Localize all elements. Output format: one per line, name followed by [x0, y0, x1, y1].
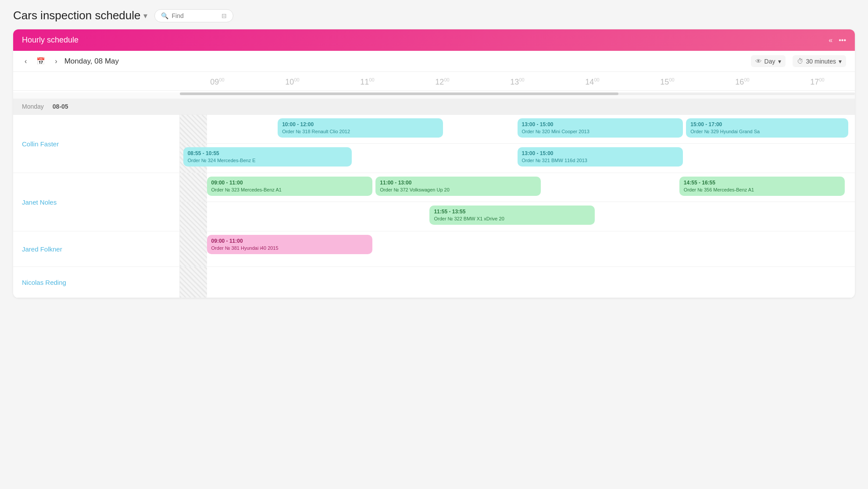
event-j3[interactable]: 14:55 - 16:55 Order № 356 Mercedes-Benz … — [679, 177, 845, 196]
header-actions: « ••• — [829, 36, 846, 44]
clock-icon: ⏱ — [797, 57, 804, 65]
filter-icon[interactable]: ⊟ — [221, 12, 227, 19]
search-box[interactable]: 🔍 ⊟ — [154, 9, 233, 22]
time-15: 1500 — [630, 72, 705, 90]
next-button[interactable]: › — [52, 56, 60, 67]
hatch-janet-r2 — [180, 202, 207, 231]
janet-row1: 09:00 - 11:00 Order № 323 Mercedes-Benz … — [180, 173, 855, 202]
event-e4[interactable]: 08:55 - 10:55 Order № 324 Mercedes-Benz … — [183, 147, 352, 167]
hatch-janet-r1 — [180, 173, 207, 202]
event-j4[interactable]: 11:55 - 13:55 Order № 322 BMW X1 xDrive … — [429, 206, 595, 225]
schedule-title: Hourly schedule — [22, 35, 79, 45]
grid-date-label: 08-05 — [53, 103, 68, 110]
view-chevron-icon: ▾ — [778, 58, 781, 65]
collin-row1: 10:00 - 12:00 Order № 318 Renault Clio 2… — [180, 115, 855, 144]
scroll-bar-thumb[interactable] — [180, 92, 618, 95]
nicolas-row: Nicolas Reding — [13, 267, 855, 298]
janet-timelines: 09:00 - 11:00 Order № 323 Mercedes-Benz … — [180, 173, 855, 231]
jared-row1: 09:00 - 11:00 Order № 381 Hyundai i40 20… — [180, 231, 855, 266]
person-label-collin: Collin Faster — [13, 115, 180, 173]
event-j2[interactable]: 11:00 - 13:00 Order № 372 Volkswagen Up … — [375, 177, 541, 196]
collin-row2: 08:55 - 10:55 Order № 324 Mercedes-Benz … — [180, 144, 855, 173]
scroll-bar-track[interactable] — [180, 92, 855, 95]
person-label-nicolas: Nicolas Reding — [13, 267, 180, 298]
grid-day-label: Monday — [22, 103, 44, 110]
event-e3[interactable]: 15:00 - 17:00 Order № 329 Hyundai Grand … — [686, 118, 848, 138]
interval-selector[interactable]: ⏱ 30 minutes ▾ — [793, 55, 846, 67]
collin-row: Collin Faster 10:00 - 12:00 Order № 318 … — [13, 115, 855, 173]
collin-timelines: 10:00 - 12:00 Order № 318 Renault Clio 2… — [180, 115, 855, 173]
hatch-nicolas — [180, 267, 207, 298]
nav-right: 👁 Day ▾ ⏱ 30 minutes ▾ — [751, 55, 846, 67]
search-input[interactable] — [172, 12, 218, 19]
title-chevron-icon[interactable]: ▾ — [143, 11, 147, 21]
search-icon: 🔍 — [161, 12, 168, 19]
more-button[interactable]: ••• — [839, 36, 846, 44]
nav-left: ‹ 📅 › Monday, 08 May — [22, 55, 119, 67]
prev-button[interactable]: ‹ — [22, 56, 29, 67]
scroll-bar-row — [13, 92, 855, 99]
eye-icon: 👁 — [755, 57, 762, 65]
hatch-jared — [180, 231, 207, 266]
schedule-container: Hourly schedule « ••• ‹ 📅 › Monday, 08 M… — [13, 29, 855, 298]
person-label-janet: Janet Noles — [13, 173, 180, 231]
schedule-grid: Collin Faster 10:00 - 12:00 Order № 318 … — [13, 114, 855, 298]
time-11: 1100 — [330, 72, 405, 90]
event-e1[interactable]: 10:00 - 12:00 Order № 318 Renault Clio 2… — [278, 118, 443, 138]
event-jf1[interactable]: 09:00 - 11:00 Order № 381 Hyundai i40 20… — [207, 235, 372, 254]
jared-row: Jared Folkner 09:00 - 11:00 Order № 381 … — [13, 231, 855, 267]
event-e2[interactable]: 13:00 - 15:00 Order № 320 Mini Cooper 20… — [518, 118, 683, 138]
time-09: 0900 — [180, 72, 255, 90]
schedule-header: Hourly schedule « ••• — [13, 29, 855, 51]
time-13: 1300 — [480, 72, 555, 90]
event-e5[interactable]: 13:00 - 15:00 Order № 321 BMW 116d 2013 — [518, 147, 683, 167]
nav-bar: ‹ 📅 › Monday, 08 May 👁 Day ▾ ⏱ 30 minute… — [13, 51, 855, 72]
view-selector[interactable]: 👁 Day ▾ — [751, 55, 786, 67]
hatch-collin-r1 — [180, 115, 207, 143]
janet-row2: 11:55 - 13:55 Order № 322 BMW X1 xDrive … — [180, 202, 855, 231]
time-10: 1000 — [255, 72, 330, 90]
time-14: 1400 — [555, 72, 630, 90]
person-label-jared: Jared Folkner — [13, 231, 180, 266]
jared-timelines: 09:00 - 11:00 Order № 381 Hyundai i40 20… — [180, 231, 855, 266]
nicolas-row1 — [180, 267, 855, 298]
janet-row: Janet Noles 09:00 - 11:00 Order № 323 Me… — [13, 173, 855, 231]
calendar-button[interactable]: 📅 — [34, 55, 48, 67]
time-17: 1700 — [780, 72, 855, 90]
collapse-button[interactable]: « — [829, 36, 832, 44]
time-16: 1600 — [705, 72, 780, 90]
interval-chevron-icon: ▾ — [839, 58, 842, 65]
time-12: 1200 — [405, 72, 480, 90]
time-axis: 0900 1000 1100 1200 1300 1400 1500 1600 … — [13, 72, 855, 91]
event-j1[interactable]: 09:00 - 11:00 Order № 323 Mercedes-Benz … — [207, 177, 372, 196]
nav-date: Monday, 08 May — [64, 57, 119, 66]
nicolas-timelines — [180, 267, 855, 298]
grid-header: Monday 08-05 — [13, 99, 855, 114]
page-title: Cars inspection schedule ▾ — [13, 9, 147, 22]
